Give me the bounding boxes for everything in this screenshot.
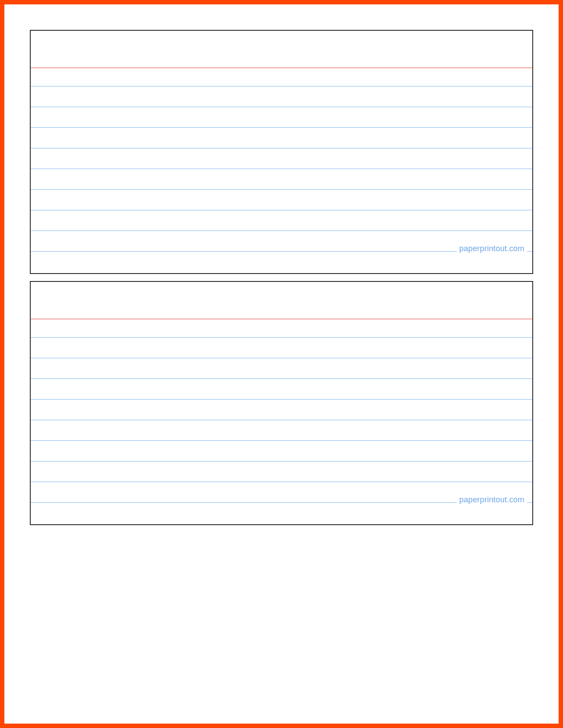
ruled-line xyxy=(31,148,532,169)
card-header-space xyxy=(31,282,532,319)
ruled-line xyxy=(31,68,532,86)
ruled-line xyxy=(31,86,532,107)
card-gap xyxy=(30,274,533,281)
ruled-line xyxy=(31,441,532,461)
card-ruled-lines: paperprintout.com xyxy=(31,319,532,503)
card-header-space xyxy=(31,31,532,68)
index-card-top: paperprintout.com xyxy=(30,30,533,274)
ruled-line xyxy=(31,400,532,420)
ruled-line xyxy=(31,210,532,231)
index-card-bottom: paperprintout.com xyxy=(30,281,533,525)
ruled-line xyxy=(31,338,532,358)
ruled-line xyxy=(31,169,532,190)
ruled-line xyxy=(31,358,532,379)
card-ruled-lines: paperprintout.com xyxy=(31,68,532,252)
ruled-line xyxy=(31,319,532,338)
ruled-line xyxy=(31,107,532,128)
watermark-text: paperprintout.com xyxy=(457,495,527,505)
ruled-line xyxy=(31,420,532,441)
ruled-line xyxy=(31,461,532,482)
ruled-line xyxy=(31,128,532,148)
ruled-line xyxy=(31,190,532,210)
ruled-line: paperprintout.com xyxy=(31,231,532,252)
watermark-text: paperprintout.com xyxy=(457,244,527,253)
page-container: paperprintout.com paperprintout.com xyxy=(4,4,559,724)
ruled-line xyxy=(31,379,532,400)
ruled-line: paperprintout.com xyxy=(31,482,532,503)
